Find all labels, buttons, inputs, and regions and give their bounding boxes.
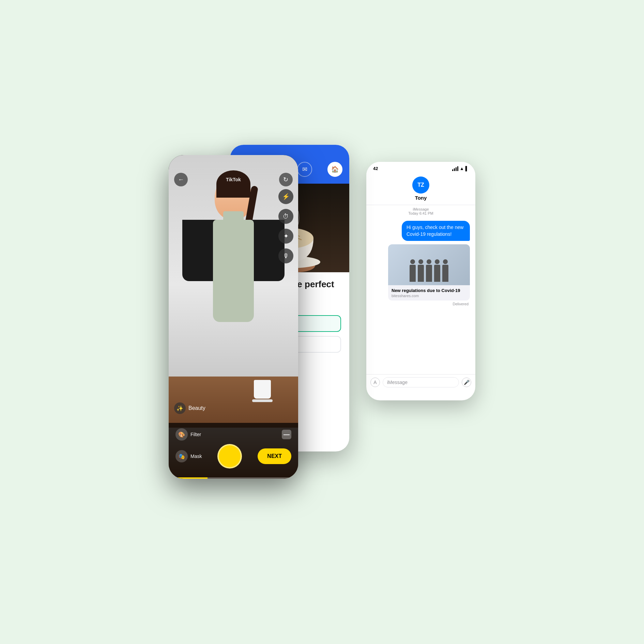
camera-actions-row: 🎭 Mask NEXT [175,444,291,469]
effects-icon-button[interactable]: ✦ [278,229,293,244]
status-bar: 42 ▲ ▌ [366,162,475,174]
camera-top-bar: ← TikTok ↻ [169,155,298,190]
imessage-meta: iMessage Today 6:41 PM [366,207,475,215]
phone-camera: ← TikTok ↻ ⚡ ⏱ ✦ 🎙 [169,155,298,479]
mic-icon-button[interactable]: 🎙 [278,248,293,263]
person-1 [410,265,416,282]
battery-icon: ▌ [465,166,469,171]
person-3 [426,265,432,282]
camera-flip-button[interactable]: ↻ [279,173,293,186]
person-body-container [182,220,285,281]
contact-header: TZ Tony [366,174,475,205]
table [169,377,298,428]
link-preview-text: New regulations due to Covid-19 bitessha… [388,285,470,301]
link-preview[interactable]: New regulations due to Covid-19 bitessha… [388,244,470,301]
filter-control: 🎨 Filter [175,428,201,441]
status-time: 42 [373,166,378,171]
person-visual [182,175,285,380]
wifi-icon: ▲ [460,166,464,171]
imessage-input-bar: A iMessage 🎤 [366,374,475,390]
timer-icon-button[interactable]: ⏱ [278,209,293,224]
bar-3 [456,167,457,171]
phone-imessage: 42 ▲ ▌ TZ Tony iMessage Today 6:41 P [366,162,475,400]
contact-name: Tony [415,195,427,201]
quiz-home-icon[interactable]: 🏠 [327,162,342,177]
link-title: New regulations due to Covid-19 [392,288,466,293]
message-bubble: Hi guys, check out the new Covid-19 regu… [402,221,470,241]
person-2 [418,265,424,282]
flash-icon-button[interactable]: ⚡ [278,189,293,204]
mask-control: 🎭 Mask [175,450,202,462]
status-icons: ▲ ▌ [452,166,469,171]
camera-right-icons: ⚡ ⏱ ✦ 🎙 [278,189,293,263]
camera-background: ← TikTok ↻ ⚡ ⏱ ✦ 🎙 [169,155,298,479]
link-domain: bitesshares.com [392,294,466,298]
apps-icon[interactable]: A [370,378,380,387]
next-button[interactable]: NEXT [258,448,291,464]
back-button[interactable]: ← [174,173,188,186]
progress-fill [169,477,208,479]
camera-bottom-bar: 🎨 Filter — 🎭 Mask NEXT [169,423,298,479]
avatar: TZ [412,177,429,194]
person-apron [213,220,254,322]
coffee-cup-on-table [254,380,271,402]
messages-area: Hi guys, check out the new Covid-19 regu… [366,217,475,309]
filter-row: 🎨 Filter — [175,428,291,441]
filter-minus-button[interactable]: — [282,430,291,439]
progress-bar [169,477,298,479]
bar-2 [454,168,455,171]
link-preview-image [388,244,470,285]
person-5 [442,265,448,282]
quiz-message-icon[interactable]: ✉ [297,162,312,177]
record-button[interactable] [217,444,242,469]
imessage-input[interactable]: iMessage [383,377,459,387]
beauty-label: ✨ Beauty [174,402,205,414]
mask-icon: 🎭 [175,450,188,462]
people-row [410,265,448,282]
person-4 [434,265,440,282]
delivered-status: Delivered [372,302,469,306]
tiktok-logo: TikTok [226,177,241,182]
mic-icon[interactable]: 🎤 [462,378,471,387]
bar-4 [457,166,458,171]
bar-1 [452,169,453,171]
scene: 42 ▲ ▌ TZ Tony iMessage Today 6:41 P [169,135,475,509]
signal-bars [452,166,458,171]
filter-icon: 🎨 [175,428,188,441]
beauty-icon: ✨ [174,402,186,414]
